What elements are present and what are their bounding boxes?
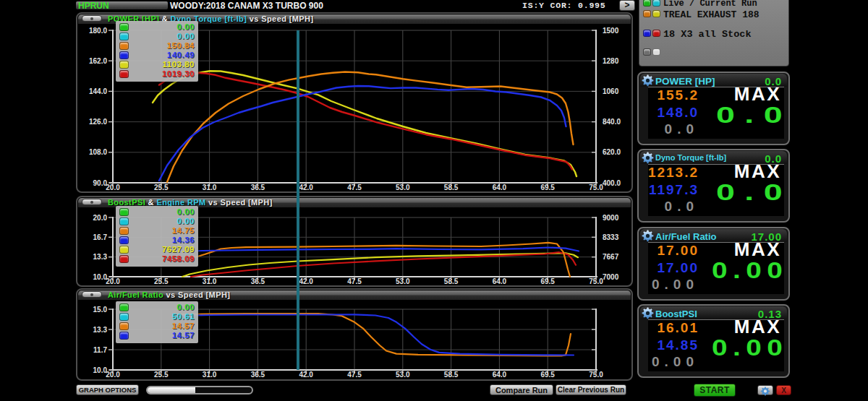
svg-text:13.3: 13.3 — [93, 253, 108, 261]
svg-text:47.5: 47.5 — [347, 277, 362, 285]
svg-text:1500: 1500 — [603, 27, 619, 35]
svg-text:20.0: 20.0 — [106, 184, 120, 191]
svg-text:25.5: 25.5 — [154, 184, 169, 191]
svg-text:69.5: 69.5 — [540, 184, 555, 191]
svg-text:400.0: 400.0 — [603, 179, 621, 187]
svg-text:69.5: 69.5 — [540, 371, 555, 379]
svg-text:53.0: 53.0 — [396, 277, 410, 285]
svg-text:64.0: 64.0 — [493, 184, 507, 191]
svg-text:64.0: 64.0 — [493, 371, 507, 379]
svg-text:7667: 7667 — [603, 253, 619, 261]
svg-text:53.0: 53.0 — [396, 184, 410, 191]
svg-text:15.0: 15.0 — [93, 306, 108, 314]
svg-text:126.0: 126.0 — [89, 118, 107, 126]
svg-text:47.5: 47.5 — [347, 184, 362, 191]
svg-text:69.5: 69.5 — [540, 277, 555, 285]
svg-text:7000: 7000 — [603, 273, 619, 281]
svg-text:47.5: 47.5 — [347, 371, 362, 379]
svg-text:13.3: 13.3 — [93, 326, 108, 334]
svg-text:9000: 9000 — [603, 214, 619, 222]
svg-text:620.0: 620.0 — [603, 148, 621, 156]
svg-text:8333: 8333 — [603, 233, 619, 241]
svg-text:31.0: 31.0 — [203, 184, 217, 191]
svg-text:58.5: 58.5 — [444, 371, 459, 379]
svg-text:25.5: 25.5 — [154, 371, 169, 379]
svg-text:144.0: 144.0 — [89, 87, 107, 95]
svg-text:58.5: 58.5 — [444, 277, 459, 285]
svg-text:42.0: 42.0 — [299, 277, 313, 285]
svg-text:42.0: 42.0 — [299, 184, 313, 191]
svg-text:36.5: 36.5 — [251, 371, 265, 379]
svg-text:1280: 1280 — [603, 57, 619, 65]
svg-text:20.0: 20.0 — [106, 277, 120, 285]
svg-text:58.5: 58.5 — [444, 184, 459, 191]
svg-text:11.7: 11.7 — [93, 346, 107, 354]
svg-text:20.0: 20.0 — [106, 371, 120, 379]
svg-text:36.5: 36.5 — [251, 277, 265, 285]
svg-text:16.7: 16.7 — [93, 233, 108, 241]
svg-text:42.0: 42.0 — [299, 371, 313, 379]
svg-text:31.0: 31.0 — [203, 371, 217, 379]
svg-text:53.0: 53.0 — [396, 371, 410, 379]
svg-text:75.0: 75.0 — [589, 371, 603, 379]
svg-text:64.0: 64.0 — [493, 277, 507, 285]
svg-text:75.0: 75.0 — [589, 184, 603, 191]
svg-text:36.5: 36.5 — [251, 184, 265, 191]
svg-text:20.0: 20.0 — [93, 214, 108, 222]
svg-text:75.0: 75.0 — [589, 277, 603, 285]
svg-text:31.0: 31.0 — [203, 277, 217, 285]
svg-text:108.0: 108.0 — [89, 148, 107, 156]
svg-text:840.0: 840.0 — [603, 118, 621, 126]
svg-text:1060: 1060 — [603, 87, 619, 95]
svg-text:25.5: 25.5 — [154, 277, 169, 285]
svg-text:180.0: 180.0 — [89, 27, 107, 35]
svg-text:162.0: 162.0 — [89, 57, 107, 65]
